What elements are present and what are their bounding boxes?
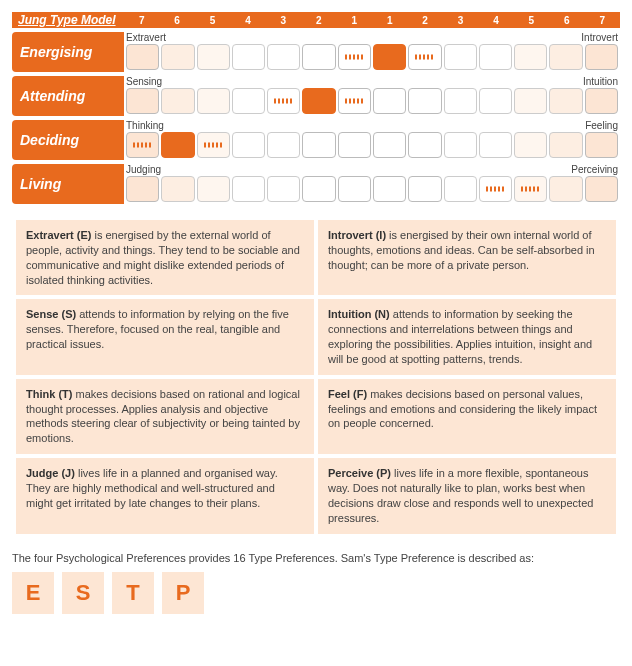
scale-cell bbox=[479, 176, 512, 202]
pole-right: Perceiving bbox=[571, 164, 618, 176]
description-cell-right: Perceive (P) lives life in a more flexib… bbox=[318, 458, 616, 533]
scale-cell bbox=[267, 132, 300, 158]
pole-left: Judging bbox=[126, 164, 161, 176]
scale-cell bbox=[302, 176, 335, 202]
description-cell-left: Judge (J) lives life in a planned and or… bbox=[16, 458, 314, 533]
scale-cell bbox=[232, 88, 265, 114]
type-letters: ESTP bbox=[12, 572, 620, 614]
scale-cell bbox=[338, 88, 371, 114]
description-cell-left: Sense (S) attends to information by rely… bbox=[16, 299, 314, 374]
scale-cell bbox=[197, 132, 230, 158]
scale-cell bbox=[408, 88, 441, 114]
scale-cell bbox=[302, 44, 335, 70]
type-letter: S bbox=[62, 572, 104, 614]
scale-cell bbox=[338, 176, 371, 202]
scale-cell bbox=[444, 176, 477, 202]
scale-number: 5 bbox=[195, 15, 230, 26]
scale-cell bbox=[549, 88, 582, 114]
description-cell-right: Intuition (N) attends to information by … bbox=[318, 299, 616, 374]
scale-number: 4 bbox=[478, 15, 513, 26]
scale-number: 7 bbox=[584, 15, 619, 26]
scale-number: 1 bbox=[372, 15, 407, 26]
type-letter: T bbox=[112, 572, 154, 614]
scale-cell bbox=[444, 44, 477, 70]
scale-cell bbox=[585, 44, 618, 70]
scale-number: 5 bbox=[514, 15, 549, 26]
scale-cell bbox=[197, 176, 230, 202]
scale-cell bbox=[161, 88, 194, 114]
scale-cell bbox=[444, 88, 477, 114]
scale-cell bbox=[514, 176, 547, 202]
scale-cell bbox=[514, 132, 547, 158]
scale-cell bbox=[408, 176, 441, 202]
scale-cell bbox=[373, 88, 406, 114]
scale-cell bbox=[549, 44, 582, 70]
description-cell-left: Think (T) makes decisions based on ratio… bbox=[16, 379, 314, 454]
scale-cell bbox=[232, 44, 265, 70]
scale-cell bbox=[161, 132, 194, 158]
pole-right: Introvert bbox=[581, 32, 618, 44]
scale-number: 3 bbox=[443, 15, 478, 26]
scale-cell bbox=[514, 88, 547, 114]
scale-number: 2 bbox=[301, 15, 336, 26]
dimension-label: Living bbox=[12, 164, 124, 204]
dimension-label: Deciding bbox=[12, 120, 124, 160]
scale-number: 1 bbox=[337, 15, 372, 26]
dimension-label: Energising bbox=[12, 32, 124, 72]
scale-cell bbox=[267, 88, 300, 114]
scale-cell bbox=[126, 44, 159, 70]
scale-cell bbox=[302, 132, 335, 158]
scale-cell bbox=[585, 132, 618, 158]
type-letter: E bbox=[12, 572, 54, 614]
outro-text: The four Psychological Preferences provi… bbox=[12, 552, 620, 564]
pole-right: Feeling bbox=[585, 120, 618, 132]
scale-cell bbox=[373, 176, 406, 202]
scale-cell bbox=[585, 176, 618, 202]
scale-cell bbox=[197, 44, 230, 70]
scale-cell bbox=[373, 132, 406, 158]
scale-cell bbox=[232, 176, 265, 202]
scale-cell bbox=[267, 44, 300, 70]
descriptions-table: Extravert (E) is energised by the extern… bbox=[12, 216, 620, 538]
scale-cell bbox=[549, 132, 582, 158]
scale-cell bbox=[267, 176, 300, 202]
scale-cell bbox=[479, 44, 512, 70]
scale-cell bbox=[232, 132, 265, 158]
scale-cell bbox=[585, 88, 618, 114]
scale-cell bbox=[126, 88, 159, 114]
description-cell-left: Extravert (E) is energised by the extern… bbox=[16, 220, 314, 295]
scale-cell bbox=[161, 44, 194, 70]
scale-cell bbox=[514, 44, 547, 70]
scale-cell bbox=[338, 44, 371, 70]
scale-number: 4 bbox=[230, 15, 265, 26]
dimension-row: EnergisingExtravertIntrovert bbox=[12, 32, 620, 72]
scale-numbers: 76543211234567 bbox=[124, 12, 620, 28]
scale-number: 7 bbox=[124, 15, 159, 26]
scale-cell bbox=[479, 88, 512, 114]
pole-left: Sensing bbox=[126, 76, 162, 88]
scale-cell bbox=[197, 88, 230, 114]
scale-cell bbox=[126, 176, 159, 202]
description-cell-right: Introvert (I) is energised by their own … bbox=[318, 220, 616, 295]
scale-number: 6 bbox=[159, 15, 194, 26]
pole-left: Extravert bbox=[126, 32, 166, 44]
dimension-row: LivingJudgingPerceiving bbox=[12, 164, 620, 204]
dimension-row: DecidingThinkingFeeling bbox=[12, 120, 620, 160]
dimension-label: Attending bbox=[12, 76, 124, 116]
scale-cell bbox=[161, 176, 194, 202]
scale-number: 3 bbox=[266, 15, 301, 26]
scale-cell bbox=[479, 132, 512, 158]
scale-cell bbox=[373, 44, 406, 70]
scale-number: 2 bbox=[407, 15, 442, 26]
pole-right: Intuition bbox=[583, 76, 618, 88]
scale-cell bbox=[126, 132, 159, 158]
type-letter: P bbox=[162, 572, 204, 614]
scale-cell bbox=[444, 132, 477, 158]
pole-left: Thinking bbox=[126, 120, 164, 132]
description-cell-right: Feel (F) makes decisions based on person… bbox=[318, 379, 616, 454]
scale-cell bbox=[408, 132, 441, 158]
scale-number: 6 bbox=[549, 15, 584, 26]
scale-cell bbox=[302, 88, 335, 114]
model-title: Jung Type Model bbox=[12, 12, 124, 28]
dimension-row: AttendingSensingIntuition bbox=[12, 76, 620, 116]
